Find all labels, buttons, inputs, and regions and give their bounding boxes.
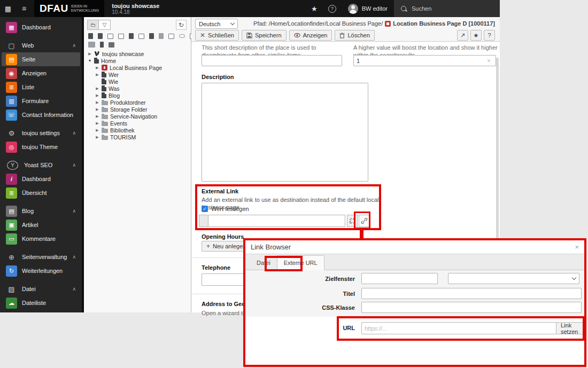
tree-item-produktordner[interactable]: ▶Produktordner xyxy=(84,99,191,106)
site-title: toujou showcase 10.4.18 xyxy=(112,3,159,15)
fe-user-icon[interactable] xyxy=(100,42,104,48)
sidebar-item-toujou-theme[interactable]: ◎toujou Theme xyxy=(2,140,80,154)
target-select[interactable] xyxy=(448,273,579,284)
tree-item-toujou-showcase[interactable]: ▶toujou showcase xyxy=(84,50,191,57)
expander-icon[interactable]: ▶ xyxy=(95,135,99,139)
sidebar-item-weiterleitungen[interactable]: ↻Weiterleitungen xyxy=(2,264,80,278)
refresh-tree-button[interactable]: ↻ xyxy=(176,20,187,30)
tab-datei[interactable]: Datei xyxy=(250,256,277,270)
module-menu-toggle-icon[interactable]: ▦ xyxy=(0,0,16,17)
expander-icon[interactable]: ▶ xyxy=(95,93,99,98)
tree-item-service-navigation[interactable]: ▶Service-Navigation xyxy=(84,113,191,120)
page-icon xyxy=(102,92,106,98)
url-label: URL xyxy=(301,325,355,331)
sidebar-group-web[interactable]: ▢Web∧ xyxy=(2,38,80,52)
delete-button[interactable]: Löschen xyxy=(335,30,375,41)
expander-icon[interactable]: ▶ xyxy=(95,87,99,91)
view-button[interactable]: Anzeigen xyxy=(289,30,332,41)
set-link-button[interactable]: Link setzen xyxy=(556,322,584,334)
page-type-layout-icon[interactable] xyxy=(159,33,164,39)
close-button[interactable]: ✕Schließen xyxy=(195,30,239,41)
css-class-input[interactable] xyxy=(361,302,582,313)
page-type-page-icon[interactable] xyxy=(98,33,103,39)
boost-input[interactable] xyxy=(353,55,496,66)
expander-icon[interactable]: ▶ xyxy=(95,121,99,126)
sidebar-item-seo-dashboard[interactable]: iDashboard xyxy=(2,172,80,186)
tree-item-was[interactable]: ▶Was xyxy=(84,85,191,92)
clear-icon[interactable]: × xyxy=(487,57,491,65)
user-menu[interactable]: BW editor xyxy=(342,4,394,14)
unlink-button[interactable] xyxy=(347,215,358,227)
external-link-input[interactable] xyxy=(208,215,345,227)
tree-item-local-business-page[interactable]: ▶Local Business Page xyxy=(84,64,191,71)
page-type-spacer-icon[interactable] xyxy=(129,33,134,39)
sidebar-group-toujou-settings[interactable]: ⚙toujou settings∧ xyxy=(2,126,80,140)
page-type-shortcut-icon[interactable] xyxy=(107,34,113,39)
help-icon[interactable]: ? xyxy=(328,5,336,13)
expander-icon[interactable]: ▶ xyxy=(95,100,99,105)
fe-usergroup-icon[interactable] xyxy=(88,42,95,48)
list-icon: ≣ xyxy=(6,82,17,93)
expander-icon[interactable]: ▶ xyxy=(95,128,99,132)
open-in-new-window-button[interactable]: ↗ xyxy=(457,30,468,41)
sidebar-group-datei[interactable]: ▧Datei∧ xyxy=(2,282,80,296)
link-browser-button[interactable] xyxy=(359,215,369,227)
sidebar-group-seitenverwaltung[interactable]: ⊕Seitenverwaltung∧ xyxy=(2,250,80,264)
page-type-standard-icon[interactable] xyxy=(88,33,93,39)
sidebar-group-blog[interactable]: ▤Blog∧ xyxy=(2,204,80,218)
tree-item-bibliothek[interactable]: ▶Bibliothek xyxy=(84,127,191,134)
folder-icon xyxy=(102,122,108,126)
page-type-link-icon[interactable] xyxy=(179,34,185,38)
sidebar-item-anzeigen[interactable]: ◉Anzeigen xyxy=(2,66,80,80)
tab-externe-url[interactable]: Externe URL xyxy=(277,255,324,270)
page-type-external-icon[interactable] xyxy=(168,34,174,39)
brand-logo[interactable]: DFAU IDEEN INENTWICKLUNG xyxy=(34,0,104,17)
url-input[interactable] xyxy=(361,322,556,334)
help-button[interactable]: ? xyxy=(484,30,495,41)
target-input[interactable] xyxy=(361,273,438,284)
sidebar-item-contact-information[interactable]: ☏Contact Information xyxy=(2,108,80,122)
typo3-backend: ▦ ≡ DFAU IDEEN INENTWICKLUNG toujou show… xyxy=(0,0,588,368)
page-type-mountpoint-icon[interactable] xyxy=(118,34,124,39)
page-type-media-icon[interactable] xyxy=(149,33,154,39)
tree-item-home[interactable]: ▼Home xyxy=(84,57,191,64)
tree-item-wie[interactable]: Wie xyxy=(84,78,191,85)
new-page-button[interactable]: 🗀 xyxy=(87,20,99,30)
sidebar-item-liste[interactable]: ≣Liste xyxy=(2,80,80,94)
tree-item-wer[interactable]: ▶Wer xyxy=(84,71,191,78)
short-description-input[interactable] xyxy=(202,55,342,66)
expander-icon[interactable]: ▶ xyxy=(88,52,92,56)
language-select[interactable]: Deutsch xyxy=(195,19,238,29)
expander-icon[interactable]: ▶ xyxy=(95,66,99,70)
tree-item-storage-folder[interactable]: ▶Storage Folder xyxy=(84,106,191,113)
filter-button[interactable]: ▽ xyxy=(99,20,111,30)
title-input[interactable] xyxy=(361,288,582,299)
tree-item-blog[interactable]: ▶Blog xyxy=(84,92,191,99)
tree-item-tourism[interactable]: ▶TOURISM xyxy=(84,134,191,140)
save-button[interactable]: Speichern xyxy=(242,30,287,41)
sidebar-group-yoast-seo[interactable]: YYoast SEO∧ xyxy=(2,158,80,172)
page-type-storage-icon[interactable] xyxy=(138,34,144,39)
expander-icon[interactable]: ▶ xyxy=(95,73,99,77)
bookmark-star-icon[interactable]: ★ xyxy=(306,5,323,13)
sidebar-item-artikel[interactable]: ▣Artikel xyxy=(2,218,80,232)
pagetree-toggle-icon[interactable]: ≡ xyxy=(16,0,32,17)
checkbox-checked-icon[interactable]: ✓ xyxy=(202,206,208,212)
sidebar-item-dashboard[interactable]: ▦Dashboard xyxy=(2,20,80,34)
expander-icon[interactable]: ▶ xyxy=(95,114,99,119)
qr-record-icon[interactable] xyxy=(109,42,114,48)
input-prepend xyxy=(199,215,208,227)
modal-close-icon[interactable]: × xyxy=(575,243,579,251)
sidebar-item-dateiliste[interactable]: ☁Dateiliste xyxy=(2,296,80,310)
sidebar-item-seite[interactable]: ▤Seite xyxy=(2,52,80,66)
sidebar-item-formulare[interactable]: ▥Formulare xyxy=(2,94,80,108)
collapse-icon[interactable]: ▼ xyxy=(88,59,92,62)
chevron-down-icon xyxy=(230,21,235,25)
description-textarea[interactable] xyxy=(202,83,368,182)
sidebar-item-uebersicht[interactable]: ≣Übersicht xyxy=(2,186,80,200)
search-bar[interactable]: Suchen xyxy=(394,0,500,17)
bookmark-button[interactable]: ★ xyxy=(470,30,482,41)
tree-item-events[interactable]: ▶Events xyxy=(84,120,191,127)
expander-icon[interactable]: ▶ xyxy=(95,107,99,112)
sidebar-item-kommentare[interactable]: ▭Kommentare xyxy=(2,232,80,246)
